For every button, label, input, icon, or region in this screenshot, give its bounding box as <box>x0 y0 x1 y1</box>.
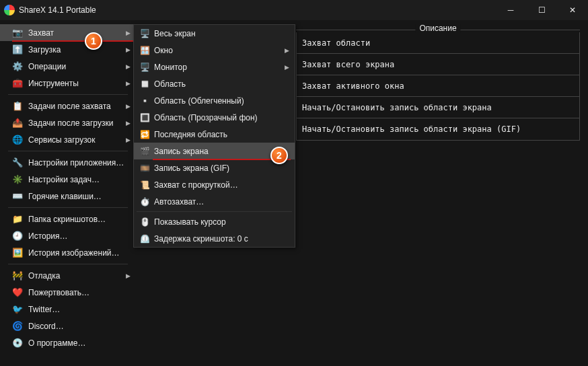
menu-icon: 📷 <box>12 28 23 38</box>
sidebar-item[interactable]: ⬆️Загрузка▶ <box>0 41 136 58</box>
sidebar-item-label: Настройки приложения… <box>28 158 131 168</box>
menu-icon: 🖥️ <box>139 62 150 73</box>
submenu-item[interactable]: 🖥️Весь экран <box>134 25 295 42</box>
sidebar-item[interactable]: 🧰Инструменты▶ <box>0 75 136 92</box>
menu-icon: 🌐 <box>12 135 23 145</box>
sidebar-item-label: Отладка <box>28 271 126 281</box>
submenu-item[interactable]: 🎞️Запись экрана (GIF) <box>134 159 295 176</box>
menu-icon: 📋 <box>12 101 23 112</box>
menu-icon: ⬆️ <box>12 44 23 55</box>
submenu-item-label: Автозахват… <box>154 197 204 207</box>
content-area: 📷Захват▶⬆️Загрузка▶⚙️Операции▶🧰Инструмен… <box>0 20 588 366</box>
sidebar-item[interactable]: 📤Задачи после загрузки▶ <box>0 114 136 131</box>
submenu-item[interactable]: 🔳Область (Прозрачный фон) <box>134 109 295 126</box>
menu-icon: ⏱️ <box>139 196 150 207</box>
submenu-item[interactable]: 🖥️Монитор▶ <box>134 59 295 75</box>
callout-marker-2: 2 <box>270 147 288 164</box>
sidebar-item[interactable]: 📋Задачи после захвата▶ <box>0 98 136 114</box>
submenu-item[interactable]: 🖱️Показывать курсор <box>134 213 295 230</box>
sidebar-item-label: Инструменты <box>28 79 126 88</box>
sidebar-item-label: Папка скриншотов… <box>28 215 131 224</box>
sidebar-item[interactable]: 🚧Отладка▶ <box>0 267 136 284</box>
sidebar-item-label: Настройки задач… <box>28 175 131 184</box>
sidebar-item-label: Задачи после загрузки <box>28 118 126 128</box>
sidebar-item-label: Захват <box>28 28 126 38</box>
minimize-button[interactable]: ─ <box>495 0 526 20</box>
sidebar-item[interactable]: ⌨️Горячие клавиши… <box>0 188 136 205</box>
sidebar-item[interactable]: ⚙️Операции▶ <box>0 58 136 75</box>
description-row[interactable]: Захват всего экрана <box>297 54 579 75</box>
sidebar-item-label: Пожертвовать… <box>28 288 131 297</box>
maximize-button[interactable]: ☐ <box>526 0 557 20</box>
sidebar-item-label: История… <box>28 231 131 241</box>
description-row[interactable]: Захват области <box>297 32 579 54</box>
menu-icon: ⌨️ <box>12 191 23 202</box>
sidebar-item[interactable]: 🌀Discord… <box>0 318 136 334</box>
sidebar-item[interactable]: 🖼️История изображений… <box>0 244 136 261</box>
close-button[interactable]: ✕ <box>557 0 588 20</box>
description-row[interactable]: Начать/Остановить запись области экрана … <box>297 118 579 140</box>
description-row[interactable]: Начать/Остановить запись области экрана <box>297 97 579 118</box>
menu-icon: 🕘 <box>12 231 23 242</box>
submenu-item[interactable]: 📜Захват с прокруткой… <box>134 176 295 193</box>
sidebar-item[interactable]: 📷Захват▶ <box>0 24 136 41</box>
menu-icon: 🎬 <box>139 146 150 157</box>
submenu-item[interactable]: ◻️Область <box>134 75 295 92</box>
submenu-item-label: Запись экрана (GIF) <box>154 163 229 173</box>
submenu-item-label: Захват с прокруткой… <box>154 180 238 190</box>
menu-icon: 🖼️ <box>12 248 23 258</box>
submenu-item[interactable]: 🪟Окно▶ <box>134 42 295 59</box>
menu-icon: 🪟 <box>139 45 150 56</box>
submenu-item[interactable]: ⏱️Автозахват… <box>134 193 295 210</box>
submenu-item-label: Область <box>154 79 186 89</box>
chevron-right-icon: ▶ <box>285 47 289 54</box>
menu-icon: 📁 <box>12 214 23 225</box>
menu-icon: 💿 <box>12 338 23 349</box>
submenu-item-label: Монитор <box>154 63 187 72</box>
submenu-item[interactable]: ▫️Область (Облегченный) <box>134 92 295 109</box>
sidebar-item[interactable]: 🕘История… <box>0 227 136 244</box>
menu-icon: 🧰 <box>12 78 23 89</box>
menu-icon: 📜 <box>139 180 150 190</box>
sidebar-item[interactable]: 🔧Настройки приложения… <box>0 154 136 171</box>
submenu-item-label: Окно <box>154 46 173 55</box>
submenu-item-label: Показывать курсор <box>154 217 226 227</box>
chevron-right-icon: ▶ <box>126 120 131 126</box>
sidebar-item[interactable]: 🐦Twitter… <box>0 301 136 318</box>
submenu-item[interactable]: 🔁Последняя область <box>134 126 295 143</box>
sidebar-item[interactable]: ✳️Настройки задач… <box>0 171 136 188</box>
description-row[interactable]: Захват активного окна <box>297 75 579 97</box>
submenu-item-label: Область (Облегченный) <box>154 96 244 106</box>
menu-icon: 🔁 <box>139 129 150 140</box>
menu-icon: 🚧 <box>12 270 23 281</box>
sidebar-item[interactable]: 📁Папка скриншотов… <box>0 211 136 227</box>
capture-submenu: 🖥️Весь экран🪟Окно▶🖥️Монитор▶◻️Область▫️О… <box>133 24 295 248</box>
chevron-right-icon: ▶ <box>126 63 131 70</box>
description-panel: Описание Захват областиЗахват всего экра… <box>296 26 580 141</box>
sidebar-item-label: Операции <box>28 62 126 71</box>
menu-icon: 🐦 <box>12 304 23 315</box>
sidebar-item-label: Сервисы загрузок <box>28 135 126 145</box>
submenu-item[interactable]: ⏲️Задержка скриншота: 0 с <box>134 230 295 247</box>
app-logo-icon <box>4 5 15 15</box>
app-title: ShareX 14.1 Portable <box>19 5 96 15</box>
sidebar-item-label: Загрузка <box>28 45 126 54</box>
sidebar-item[interactable]: 🌐Сервисы загрузок▶ <box>0 131 136 148</box>
submenu-item-label: Область (Прозрачный фон) <box>154 113 258 122</box>
menu-icon: 🖥️ <box>139 28 150 39</box>
chevron-right-icon: ▶ <box>126 103 131 110</box>
menu-icon: ◻️ <box>139 79 150 89</box>
submenu-item-label: Запись экрана <box>154 147 209 156</box>
sidebar-item-label: Twitter… <box>28 305 131 314</box>
chevron-right-icon: ▶ <box>126 137 131 143</box>
sidebar-item[interactable]: ❤️Пожертвовать… <box>0 284 136 301</box>
titlebar: ShareX 14.1 Portable ─ ☐ ✕ <box>0 0 588 20</box>
submenu-item-label: Задержка скриншота: 0 с <box>154 234 248 244</box>
description-title: Описание <box>415 24 460 33</box>
chevron-right-icon: ▶ <box>126 30 131 36</box>
sidebar-item-label: Горячие клавиши… <box>28 192 131 201</box>
submenu-item-label: Весь экран <box>154 29 196 38</box>
sidebar-item[interactable]: 💿О программе… <box>0 334 136 351</box>
chevron-right-icon: ▶ <box>126 46 131 53</box>
callout-marker-1: 1 <box>85 32 102 50</box>
